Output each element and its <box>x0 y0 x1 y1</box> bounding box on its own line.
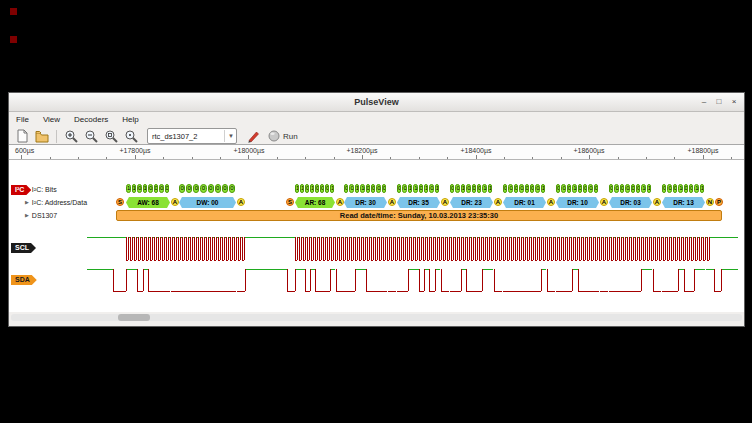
i2c-bit-annotation: 1 <box>694 184 698 193</box>
ds1307-summary-annotation: Read date/time: Sunday, 10.03.2013 23:35… <box>116 210 722 221</box>
i2c-bit-annotation: 0 <box>193 184 199 193</box>
ruler-tick-label: 600µs <box>15 147 34 154</box>
menu-item-decoders[interactable]: Decoders <box>67 113 115 126</box>
i2c-bit-annotation: 0 <box>530 184 534 193</box>
i2c-bit-annotation: 0 <box>477 184 481 193</box>
red-square-artifact <box>10 36 17 43</box>
i2c-bit-annotation: 0 <box>583 184 587 193</box>
ruler-minor-tick <box>220 157 221 159</box>
i2c-bit-annotation: 1 <box>488 184 492 193</box>
i2c-bit-annotation: 1 <box>572 184 576 193</box>
zoom-fit-button[interactable] <box>102 128 120 144</box>
document-icon <box>16 129 29 143</box>
scrollbar-thumb[interactable] <box>118 314 150 321</box>
time-ruler[interactable]: 600µs+17800µs+18000µs+18200µs+18400µs+18… <box>9 145 744 160</box>
decoder-row-ds1307[interactable]: ▶ DS1307 <box>25 210 57 220</box>
new-session-button[interactable] <box>13 128 31 144</box>
waveform-canvas <box>9 145 738 312</box>
i2c-bit-annotation: 1 <box>330 184 334 193</box>
run-button[interactable]: Run <box>264 128 302 144</box>
zoom-in-button[interactable] <box>62 128 80 144</box>
ruler-minor-tick <box>447 157 448 159</box>
scl-channel-tag[interactable]: SCL <box>11 243 36 253</box>
expand-arrow-icon[interactable]: ▶ <box>25 212 29 218</box>
i2c-bit-annotation: 0 <box>614 184 618 193</box>
i2c-bit-annotation: 1 <box>541 184 545 193</box>
ruler-tick-label: +17800µs <box>119 147 150 154</box>
i2c-bit-annotation: 0 <box>535 184 539 193</box>
window-title: PulseView <box>354 97 398 107</box>
i2c-stop-annotation: P <box>715 198 723 206</box>
ruler-minor-tick <box>192 157 193 159</box>
i2c-byte-annotation: DW: 00 <box>179 197 236 208</box>
i2c-byte-annotation: DR: 23 <box>450 197 493 208</box>
run-button-label: Run <box>283 132 298 141</box>
trace-view[interactable]: 600µs+17800µs+18000µs+18200µs+18400µs+18… <box>9 144 744 312</box>
i2c-bit-annotation: 0 <box>366 184 370 193</box>
zoom-out-button[interactable] <box>82 128 100 144</box>
i2c-bit-annotation: 1 <box>310 184 314 193</box>
i2c-byte-annotation: AR: 68 <box>295 197 335 208</box>
i2c-bit-annotation: 0 <box>320 184 324 193</box>
i2c-bit-annotation: 0 <box>208 184 214 193</box>
i2c-ack-annotation: N <box>706 198 714 206</box>
decoder-row-address-data[interactable]: ▶ I²C: Address/Data <box>25 197 87 207</box>
ruler-minor-tick <box>618 157 619 159</box>
i2c-byte-annotation: DR: 30 <box>344 197 387 208</box>
ruler-minor-tick <box>21 155 22 159</box>
open-session-button[interactable] <box>33 128 51 144</box>
i2c-bit-annotation: 1 <box>700 184 704 193</box>
i2c-bit-annotation: 0 <box>588 184 592 193</box>
ruler-minor-tick <box>589 155 590 159</box>
zoom-fit-icon <box>104 129 118 143</box>
zoom-one-to-one-button[interactable] <box>122 128 140 144</box>
maximize-button[interactable]: □ <box>713 96 725 108</box>
ruler-minor-tick <box>476 155 477 159</box>
i2c-bit-annotation: 0 <box>315 184 319 193</box>
decoder-row-ds1307-label: DS1307 <box>32 212 57 219</box>
i2c-bit-annotation: 0 <box>325 184 329 193</box>
ruler-minor-tick <box>646 157 647 159</box>
i2c-byte-annotation: AW: 68 <box>126 197 170 208</box>
i2c-bit-annotation: 0 <box>455 184 459 193</box>
horizontal-scrollbar[interactable] <box>11 314 742 321</box>
expand-arrow-icon[interactable]: ▶ <box>25 199 29 205</box>
ruler-minor-tick <box>504 157 505 159</box>
folder-icon <box>35 130 49 143</box>
i2c-bit-annotation: 0 <box>148 184 153 193</box>
menu-item-view[interactable]: View <box>36 113 67 126</box>
menu-item-help[interactable]: Help <box>115 113 145 126</box>
zoom-out-icon <box>84 129 98 143</box>
minimize-button[interactable]: – <box>698 96 710 108</box>
i2c-bit-annotation: 1 <box>355 184 359 193</box>
i2c-ack-annotation: A <box>494 198 502 206</box>
i2c-start-annotation: S <box>286 198 294 206</box>
run-state-icon <box>268 130 280 142</box>
i2c-bit-annotation: 0 <box>609 184 613 193</box>
ruler-tick-label: +18200µs <box>346 147 377 154</box>
ruler-tick-label: +18600µs <box>573 147 604 154</box>
ruler-minor-tick <box>277 157 278 159</box>
device-select[interactable]: rtc_ds1307_2 ▼ <box>147 128 237 144</box>
i2c-bit-annotation: 0 <box>419 184 423 193</box>
i2c-bit-annotation: 0 <box>578 184 582 193</box>
i2c-bit-annotation: 0 <box>684 184 688 193</box>
i2c-bit-annotation: 0 <box>525 184 529 193</box>
i2c-byte-annotation: DR: 10 <box>556 197 599 208</box>
ruler-minor-tick <box>248 155 249 159</box>
i2c-bit-annotation: 0 <box>305 184 309 193</box>
i2c-bit-annotation: 0 <box>594 184 598 193</box>
menu-item-file[interactable]: File <box>9 113 36 126</box>
sda-channel-tag[interactable]: SDA <box>11 275 37 285</box>
i2c-bit-annotation: 0 <box>662 184 666 193</box>
i2c-bit-annotation: 1 <box>641 184 645 193</box>
probe-pen-button[interactable] <box>244 128 262 144</box>
i2c-bit-annotation: 0 <box>179 184 185 193</box>
close-button[interactable]: × <box>728 96 740 108</box>
i2c-bit-annotation: 1 <box>143 184 148 193</box>
i2c-bit-annotation: 1 <box>482 184 486 193</box>
titlebar[interactable]: PulseView – □ × <box>9 93 744 112</box>
i2c-ack-annotation: A <box>653 198 661 206</box>
i2c-bit-annotation: 0 <box>349 184 353 193</box>
i2c-bit-annotation: 0 <box>450 184 454 193</box>
